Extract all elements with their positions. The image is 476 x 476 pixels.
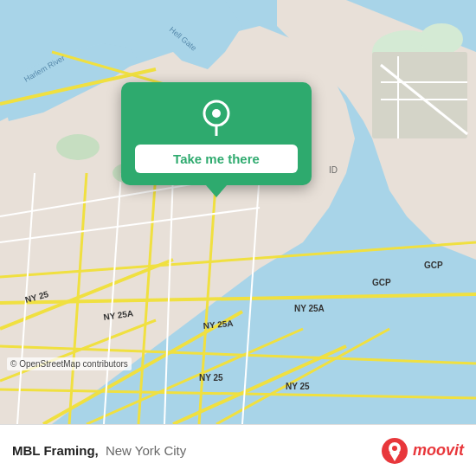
bottom-bar: MBL Framing, New York City moovit [0, 424, 476, 476]
svg-text:GCP: GCP [424, 261, 443, 270]
svg-text:NY 25: NY 25 [286, 382, 310, 391]
svg-point-4 [420, 23, 463, 55]
svg-point-43 [56, 134, 100, 160]
location-name: MBL Framing, New York City [12, 443, 186, 458]
moovit-brand-text: moovit [413, 441, 464, 460]
svg-point-52 [392, 446, 397, 451]
svg-text:NY 25A: NY 25A [294, 304, 325, 313]
map-copyright: © OpenStreetMap contributors [7, 357, 132, 370]
moovit-brand-icon [381, 437, 408, 465]
svg-text:ID: ID [329, 165, 338, 175]
map-popup: Take me there [121, 82, 312, 185]
svg-text:NY 25: NY 25 [199, 373, 223, 383]
location-info: MBL Framing, New York City [12, 443, 186, 458]
map-container: NY 25 NY 25A NY 25A NY 25A NY 25 NY 25 G… [0, 0, 476, 424]
location-pin-icon [197, 98, 235, 136]
moovit-logo: moovit [381, 437, 464, 465]
svg-text:GCP: GCP [372, 278, 391, 287]
svg-point-47 [212, 109, 221, 118]
take-me-there-button[interactable]: Take me there [135, 145, 298, 173]
